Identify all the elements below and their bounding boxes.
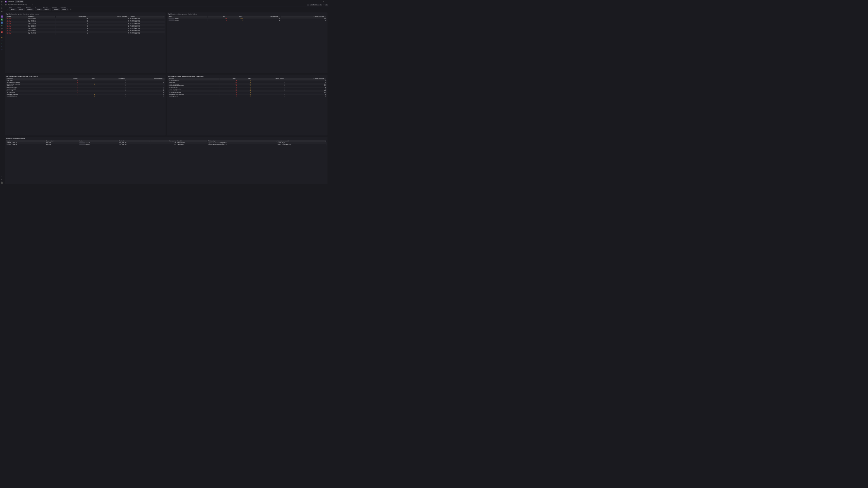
- table-row[interactable]: CRITICALCVE-2022-374341046/27/2024, 4:44…: [6, 23, 164, 24]
- sort-icon[interactable]: [135, 16, 136, 17]
- column-header[interactable]: Last finding: [129, 15, 164, 18]
- column-menu-icon[interactable]: [206, 16, 207, 17]
- radar-icon[interactable]: [1, 7, 3, 9]
- bell-icon[interactable]: [1, 46, 3, 48]
- table-row[interactable]: CRITICALCVE-2023-458532976/27/2024, 4:45…: [6, 18, 164, 20]
- table-row[interactable]: expat:2.2.10-2+deb11u371633: [6, 94, 164, 95]
- column-header[interactable]: High: [79, 78, 96, 80]
- column-header[interactable]: High: [237, 78, 252, 80]
- column-menu-icon[interactable]: [44, 140, 45, 142]
- column-header[interactable]: Repository: [168, 78, 219, 80]
- column-header[interactable]: Vulnerable components: [280, 15, 327, 18]
- column-menu-icon[interactable]: [236, 78, 237, 79]
- column-menu-icon[interactable]: [87, 16, 88, 17]
- column-menu-icon[interactable]: [284, 78, 284, 79]
- sort-icon[interactable]: [84, 140, 84, 141]
- column-menu-icon[interactable]: [128, 16, 129, 17]
- column-header[interactable]: Container images: [126, 78, 164, 80]
- table-row[interactable]: 6/27/2024, 4:46:40 AMAWS ECR████████.us-…: [6, 144, 327, 145]
- column-menu-icon[interactable]: [149, 140, 150, 142]
- column-header[interactable]: Container images: [252, 78, 285, 80]
- column-menu-icon[interactable]: [57, 78, 57, 79]
- alert-icon[interactable]: !: [1, 31, 3, 33]
- box-icon[interactable]: [1, 15, 3, 18]
- help-icon[interactable]: ?: [322, 0, 325, 3]
- table-row[interactable]: deception-python-dev9141171: [168, 95, 327, 97]
- table-row[interactable]: python2.7:2.7.16-2+deb10u182844: [6, 83, 164, 85]
- time-range-selector[interactable]: Last 14 days: [310, 4, 319, 6]
- sort-icon[interactable]: [174, 78, 175, 79]
- sort-icon[interactable]: [9, 140, 10, 141]
- filter-dropdown-tag[interactable]: 1 selected: [35, 8, 42, 11]
- more-vert-icon[interactable]: [326, 0, 328, 3]
- gear-icon[interactable]: [1, 48, 3, 51]
- table-row[interactable]: insecure-bank2250150: [168, 82, 327, 84]
- search-icon[interactable]: [1, 4, 3, 6]
- table-row[interactable]: benchmark-sut-worst-case-python9141171: [168, 94, 327, 95]
- table-row[interactable]: CRITICALCVE-2023-257751296/27/2024, 4:45…: [6, 19, 164, 21]
- table-row[interactable]: glibc:2.28-10+deb10u18822: [6, 87, 164, 88]
- sort-icon[interactable]: [54, 140, 54, 141]
- column-header[interactable]: Vulnerability: [28, 15, 55, 18]
- sort-icon[interactable]: [12, 78, 13, 79]
- reload-button[interactable]: [319, 4, 322, 6]
- apps-icon[interactable]: [1, 10, 3, 12]
- shield-icon[interactable]: [1, 25, 3, 27]
- settings-button[interactable]: [325, 4, 328, 6]
- table-row[interactable]: zlib:1:1.2.13.dfsg-18078: [6, 92, 164, 94]
- monitor-icon[interactable]: [1, 28, 3, 30]
- sort-icon[interactable]: [173, 16, 174, 17]
- table-row[interactable]: CRITICALCVE-2024-32002736/27/2024, 4:45:…: [6, 31, 164, 33]
- filter-dropdown-product[interactable]: 1 selected: [9, 8, 17, 11]
- table-row[interactable]: libtasn1-6:4.16.0-28078: [6, 90, 164, 92]
- table-row[interactable]: zlib:1:1.2.11.dfsg-2+deb11u112166: [6, 82, 164, 84]
- chart-icon[interactable]: [1, 178, 3, 181]
- bug-icon[interactable]: [1, 42, 3, 45]
- table-row[interactable]: 6/27/2024, 4:46:40 AMAWS ECR████████.us-…: [6, 142, 327, 144]
- page-menu-icon[interactable]: [28, 4, 30, 6]
- table-row[interactable]: CRITICALCVE-2022-1586926/27/2024, 4:45:1…: [6, 26, 164, 28]
- column-header[interactable]: Vulnerable component: [277, 140, 327, 142]
- column-header[interactable]: Registry: [79, 140, 119, 142]
- table-row[interactable]: expat:2.2.6-2+deb10u171011: [6, 95, 164, 97]
- layout-icon[interactable]: [5, 4, 7, 6]
- column-menu-icon[interactable]: [243, 16, 243, 17]
- breadcrumb[interactable]: Dashboards: [8, 1, 14, 2]
- info-icon[interactable]: [70, 8, 72, 10]
- column-menu-icon[interactable]: [78, 78, 78, 79]
- column-menu-icon[interactable]: [55, 16, 55, 17]
- column-header[interactable]: Vulnerability: [176, 140, 208, 142]
- dashboard-icon[interactable]: [1, 19, 3, 21]
- dropdown-button[interactable]: [323, 4, 324, 5]
- column-header[interactable]: Affected entity: [208, 140, 277, 142]
- column-menu-icon[interactable]: [279, 16, 280, 17]
- sort-icon[interactable]: [124, 140, 125, 141]
- key-icon[interactable]: [1, 36, 3, 39]
- column-menu-icon[interactable]: [118, 140, 118, 142]
- user-avatar[interactable]: V: [1, 182, 3, 184]
- column-header[interactable]: High: [227, 15, 243, 18]
- column-header[interactable]: Critical: [58, 78, 79, 80]
- column-menu-icon[interactable]: [95, 78, 95, 79]
- table-row[interactable]: aom:1.0.0.errata1-38622: [6, 88, 164, 90]
- table-row[interactable]: unguard-user-auth-service132312150: [168, 92, 327, 94]
- column-menu-icon[interactable]: [226, 16, 227, 17]
- column-menu-icon[interactable]: [251, 78, 251, 79]
- sort-icon[interactable]: [11, 16, 12, 17]
- column-header[interactable]: Container images: [55, 15, 88, 18]
- column-menu-icon[interactable]: [325, 16, 326, 17]
- table-row[interactable]: unguard-ad-service1851234: [168, 87, 327, 88]
- column-menu-icon[interactable]: [163, 78, 164, 79]
- table-row[interactable]: CRITICALCVE-2023-38408726/27/2024, 4:45:…: [6, 33, 164, 35]
- table-row[interactable]: CRITICALCVE-2021-468481226/27/2024, 4:45…: [6, 21, 164, 23]
- table-row[interactable]: unguard-microblog-service1637239: [168, 88, 327, 90]
- add-button[interactable]: ＋: [307, 4, 309, 6]
- column-menu-icon[interactable]: [163, 16, 164, 17]
- filter-dropdown-component[interactable]: 1 selected: [61, 8, 68, 11]
- column-menu-icon[interactable]: [125, 78, 125, 79]
- column-header[interactable]: Component: [6, 78, 58, 80]
- filter-dropdown-risklevel[interactable]: 1 selected: [43, 8, 51, 11]
- column-menu-icon[interactable]: [27, 16, 27, 17]
- table-row[interactable]: team-ghost-vulnerable-test-image18100210…: [168, 85, 327, 87]
- filter-icon[interactable]: [6, 8, 8, 11]
